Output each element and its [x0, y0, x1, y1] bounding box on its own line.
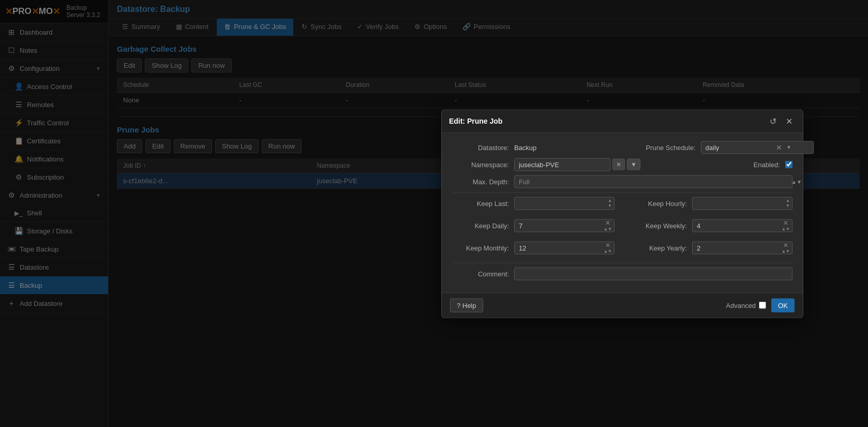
keep-hourly-up[interactable]: ▲: [784, 198, 791, 203]
keep-weekly-spin[interactable]: ▲▼: [780, 227, 791, 232]
keep-yearly-clear[interactable]: ✕: [780, 242, 791, 249]
namespace-dropdown-button[interactable]: ▼: [627, 159, 640, 170]
keep-yearly-input[interactable]: [692, 241, 792, 254]
form-row-keep-daily: Keep Daily: ✕ ▲▼: [452, 219, 615, 232]
form-row-keep-last: Keep Last: ▲ ▼: [452, 197, 615, 210]
namespace-clear-button[interactable]: ✕: [612, 159, 625, 170]
keep-monthly-spin[interactable]: ▲▼: [602, 249, 613, 254]
keep-daily-spin[interactable]: ▲▼: [602, 227, 613, 232]
keep-daily-actions: ✕ ▲▼: [602, 219, 613, 232]
modal-header: Edit: Prune Job ↺ ✕: [442, 110, 803, 132]
datastore-label: Datastore:: [452, 143, 509, 151]
form-row-namespace: Namespace: ✕ ▼ Enabled:: [452, 158, 792, 171]
modal-restore-button[interactable]: ↺: [767, 115, 780, 127]
form-row-keep-weekly: Keep Weekly: ✕ ▲▼: [630, 219, 792, 232]
keep-yearly-label: Keep Yearly:: [630, 244, 687, 252]
keep-last-input[interactable]: [514, 197, 615, 210]
modal-footer-left: ? Help: [450, 298, 483, 312]
keep-daily-input[interactable]: [514, 219, 615, 232]
help-icon: ?: [457, 301, 460, 309]
keep-yearly-actions: ✕ ▲▼: [780, 242, 791, 254]
prune-schedule-clear-button[interactable]: ✕: [776, 143, 782, 152]
prune-schedule-label: Prune Schedule:: [639, 143, 696, 151]
form-divider-2: [452, 262, 792, 263]
form-row-keep-monthly: Keep Monthly: ✕ ▲▼: [452, 241, 615, 254]
form-row-max-depth: Max. Depth: ▲▼: [452, 175, 792, 188]
modal-body: Datastore: Backup Prune Schedule: ✕ ▼ Na…: [442, 132, 803, 292]
keep-last-label: Keep Last:: [452, 199, 509, 207]
keep-monthly-input[interactable]: [514, 241, 615, 254]
modal-header-actions: ↺ ✕: [767, 115, 796, 127]
max-depth-spinner[interactable]: ▲▼: [791, 179, 802, 184]
keep-last-actions: ▲ ▼: [606, 198, 613, 209]
keep-weekly-label: Keep Weekly:: [630, 222, 687, 229]
namespace-field: ✕ ▼: [514, 158, 640, 171]
keep-monthly-field: ✕ ▲▼: [514, 241, 615, 254]
max-depth-field: ▲▼: [514, 175, 792, 188]
keep-last-field: ▲ ▼: [514, 197, 615, 210]
form-row-comment: Comment:: [452, 267, 792, 280]
keep-last-up[interactable]: ▲: [606, 198, 613, 203]
advanced-checkbox[interactable]: [759, 302, 766, 309]
keep-hourly-actions: ▲ ▼: [784, 198, 791, 209]
help-button[interactable]: ? Help: [450, 298, 483, 312]
modal-footer-right: Advanced OK: [726, 298, 795, 312]
keep-weekly-input[interactable]: [692, 219, 792, 232]
keep-weekly-actions: ✕ ▲▼: [780, 219, 791, 232]
keep-hourly-label: Keep Hourly:: [630, 199, 687, 207]
keep-fields: Keep Last: ▲ ▼ Keep Hourly: ▲ ▼: [452, 197, 792, 258]
namespace-input[interactable]: [514, 158, 610, 171]
keep-weekly-field: ✕ ▲▼: [692, 219, 792, 232]
ok-button[interactable]: OK: [771, 298, 795, 312]
prune-schedule-spinner[interactable]: ▼: [786, 144, 791, 150]
keep-monthly-actions: ✕ ▲▼: [602, 242, 613, 254]
keep-weekly-clear[interactable]: ✕: [780, 219, 791, 227]
advanced-label: Advanced: [726, 301, 756, 309]
keep-monthly-label: Keep Monthly:: [452, 244, 509, 252]
prune-schedule-field: ✕ ▼: [701, 141, 792, 154]
form-row-keep-hourly: Keep Hourly: ▲ ▼: [630, 197, 792, 210]
form-row-keep-yearly: Keep Yearly: ✕ ▲▼: [630, 241, 792, 254]
keep-monthly-clear[interactable]: ✕: [602, 242, 613, 249]
namespace-label: Namespace:: [452, 160, 509, 168]
comment-input[interactable]: [514, 267, 792, 280]
edit-prune-job-modal: Edit: Prune Job ↺ ✕ Datastore: Backup Pr…: [441, 109, 803, 318]
keep-yearly-spin[interactable]: ▲▼: [780, 249, 791, 254]
advanced-row: Advanced: [726, 301, 766, 309]
prune-schedule-input[interactable]: [701, 141, 814, 154]
form-divider: [452, 192, 792, 193]
modal-footer: ? Help Advanced OK: [442, 292, 803, 317]
keep-daily-clear[interactable]: ✕: [602, 219, 613, 227]
max-depth-input[interactable]: [514, 175, 792, 188]
enabled-checkbox[interactable]: [785, 161, 792, 168]
datastore-value: Backup: [514, 143, 536, 151]
comment-label: Comment:: [452, 270, 509, 277]
keep-hourly-input[interactable]: [692, 197, 792, 210]
keep-last-down[interactable]: ▼: [606, 203, 613, 209]
enabled-label: Enabled:: [723, 160, 780, 168]
keep-daily-field: ✕ ▲▼: [514, 219, 615, 232]
keep-hourly-field: ▲ ▼: [692, 197, 792, 210]
keep-daily-label: Keep Daily:: [452, 222, 509, 229]
modal-close-button[interactable]: ✕: [783, 115, 796, 127]
keep-yearly-field: ✕ ▲▼: [692, 241, 792, 254]
form-row-datastore: Datastore: Backup Prune Schedule: ✕ ▼: [452, 141, 792, 154]
keep-hourly-down[interactable]: ▼: [784, 203, 791, 209]
max-depth-label: Max. Depth:: [452, 178, 509, 185]
modal-title: Edit: Prune Job: [449, 117, 502, 125]
